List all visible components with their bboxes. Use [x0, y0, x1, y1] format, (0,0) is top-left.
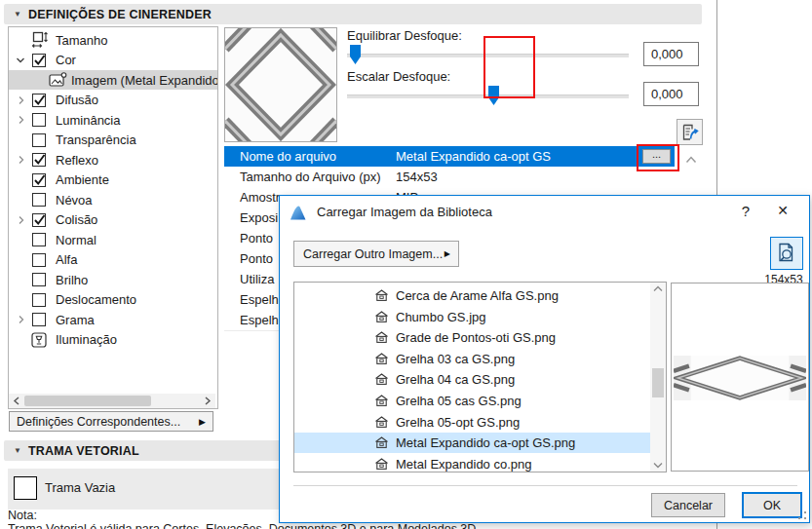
file-name: Grelha 05 cas GS.png [396, 394, 522, 408]
tree-item-label: Grama [56, 313, 95, 327]
tree-item-tamanho[interactable]: Tamanho [9, 30, 217, 50]
file-name: Metal Expandido ca-opt GS.png [396, 435, 575, 450]
file-item-grelha-04-ca-gs-png[interactable]: Grelha 04 ca GS.png [294, 369, 650, 390]
checkbox-unchecked[interactable] [32, 313, 46, 326]
tree-item-reflexo[interactable]: Reflexo [9, 150, 217, 170]
checkbox-unchecked[interactable] [32, 113, 46, 127]
cinerender-section-header[interactable]: ▼ DEFINIÇÕES DE CINERENDER [4, 4, 702, 24]
empty-fill-swatch[interactable] [14, 476, 37, 500]
cinerender-settings-window: ▼ DEFINIÇÕES DE CINERENDER TamanhoCorIma… [0, 0, 812, 529]
chevron-down-icon[interactable] [16, 56, 25, 65]
tree-item-normal[interactable]: Normal [9, 230, 217, 249]
tree-item-difusao[interactable]: Difusão [9, 91, 217, 110]
checkbox-unchecked[interactable] [32, 193, 46, 207]
file-item-metal-expandido-co-png[interactable]: Metal Expandido co.png [294, 454, 650, 472]
file-item-grelha-03-ca-gs-png[interactable]: Grelha 03 ca GS.png [294, 349, 650, 369]
settings-tree[interactable]: TamanhoCorImagem (Metal Expandido ca-opD… [8, 26, 218, 409]
checkbox-unchecked[interactable] [32, 293, 46, 307]
file-name: Grelha 04 ca GS.png [396, 372, 515, 387]
checkbox-checked[interactable] [32, 94, 46, 107]
checkbox-unchecked[interactable] [32, 253, 46, 267]
blur-offset-value-field[interactable]: 0,000 [643, 42, 699, 66]
checkbox-checked[interactable] [32, 54, 46, 67]
image-icon [49, 72, 67, 88]
resize-grip[interactable] [798, 511, 806, 519]
table-row-tamanho-do-arquivo-px[interactable]: Tamanho do Arquivo (px)154x53 [224, 167, 675, 188]
chevron-right-icon[interactable] [16, 115, 25, 125]
file-item-cerca-de-arame-alfa-gs-png[interactable]: Cerca de Arame Alfa GS.png [294, 285, 650, 306]
scrollbar-thumb[interactable] [24, 396, 151, 406]
file-item-metal-expandido-ca-opt-gs-pn[interactable]: Metal Expandido ca-opt GS.png [294, 433, 650, 453]
tree-item-imagem-metal-expandido-ca-op[interactable]: Imagem (Metal Expandido ca-op [9, 70, 217, 90]
library-file-list[interactable]: Cerca de Arame Alfa GS.pngChumbo GS.jpgG… [293, 282, 667, 472]
scroll-up-icon[interactable] [653, 285, 663, 292]
load-other-image-button[interactable]: Carregar Outro Imagem... ▶ [293, 241, 459, 267]
scrollbar-thumb[interactable] [652, 368, 664, 397]
checkbox-unchecked[interactable] [32, 133, 46, 147]
checkbox-unchecked[interactable] [32, 273, 46, 286]
close-icon[interactable]: ✕ [771, 203, 794, 218]
collapse-triangle-icon[interactable]: ▼ [14, 10, 21, 19]
preview-toggle-button[interactable] [770, 237, 803, 270]
tree-item-label: Reflexo [56, 153, 98, 168]
checkbox-checked[interactable] [32, 153, 46, 167]
chevron-right-icon[interactable] [16, 215, 25, 225]
file-item-grade-de-pontos-oti-gs-png[interactable]: Grade de Pontos-oti GS.png [294, 327, 650, 348]
cancel-button[interactable]: Cancelar [651, 493, 725, 517]
blur-scale-value-field[interactable]: 0,000 [643, 82, 699, 106]
page-export-icon [680, 123, 700, 142]
tree-item-colisao[interactable]: Colisão [9, 210, 217, 230]
tree-horizontal-scrollbar[interactable] [9, 394, 215, 408]
note-label: Nota: [8, 509, 37, 522]
attribute-name: Utiliza [240, 272, 274, 286]
chevron-right-icon[interactable] [16, 315, 25, 324]
menu-arrow-icon: ▶ [445, 249, 450, 258]
file-name: Cerca de Arame Alfa GS.png [396, 288, 559, 303]
attribute-name: Nome do arquivo [240, 149, 336, 164]
tree-item-iluminacao[interactable]: Iluminação [9, 330, 217, 350]
table-scroll-up-icon[interactable] [685, 152, 697, 167]
tree-item-label: Cor [56, 53, 76, 67]
section-title: DEFINIÇÕES DE CINERENDER [28, 8, 212, 21]
help-button[interactable]: ? [736, 203, 755, 219]
scroll-right-icon[interactable] [202, 396, 213, 406]
matching-settings-button[interactable]: Definições Correspondentes... ▶ [9, 411, 213, 432]
checkbox-checked[interactable] [32, 213, 46, 227]
collapse-triangle-icon[interactable]: ▼ [14, 446, 21, 455]
file-name: Metal Expandido co.png [396, 457, 531, 472]
list-vertical-scrollbar[interactable] [650, 283, 666, 472]
file-item-grelha-05-cas-gs-png[interactable]: Grelha 05 cas GS.png [294, 391, 650, 411]
tree-item-nevoa[interactable]: Névoa [9, 190, 217, 209]
scroll-down-icon[interactable] [653, 462, 663, 469]
ok-button[interactable]: OK [742, 492, 802, 518]
blur-offset-label: Equilibrar Desfoque: [347, 28, 462, 43]
attribute-name: Amostr [240, 190, 280, 205]
resize-icon [31, 31, 49, 49]
note-text: Trama Vetorial é válida para Cortes, Ele… [8, 522, 710, 529]
tree-item-grama[interactable]: Grama [9, 310, 217, 329]
chevron-right-icon[interactable] [16, 155, 25, 165]
tree-item-brilho[interactable]: Brilho [9, 270, 217, 289]
tree-item-cor[interactable]: Cor [9, 51, 217, 70]
library-part-icon [374, 395, 389, 407]
scroll-left-icon[interactable] [11, 396, 22, 406]
tree-item-label: Normal [56, 233, 97, 247]
tree-item-transparencia[interactable]: Transparência [9, 131, 217, 150]
checkbox-unchecked[interactable] [32, 233, 46, 246]
apply-settings-button[interactable] [677, 119, 703, 145]
checkbox-checked[interactable] [32, 173, 46, 187]
tree-item-alfa[interactable]: Alfa [9, 250, 217, 270]
blur-offset-slider-thumb[interactable] [350, 45, 361, 64]
dialog-title-bar[interactable]: Carregar Imagem da Biblioteca ? ✕ [280, 196, 809, 228]
file-name: Grade de Pontos-oti GS.png [396, 330, 556, 345]
table-row-nome-do-arquivo[interactable]: Nome do arquivoMetal Expandido ca-opt GS… [224, 146, 675, 167]
file-item-grelha-05-opt-gs-png[interactable]: Grelha 05-opt GS.png [294, 412, 650, 433]
tree-item-deslocamento[interactable]: Deslocamento [9, 290, 217, 310]
tree-item-label: Difusão [56, 93, 98, 107]
tree-item-ambiente[interactable]: Ambiente [9, 170, 217, 190]
file-item-chumbo-gs-jpg[interactable]: Chumbo GS.jpg [294, 307, 650, 327]
tree-item-label: Alfa [56, 252, 77, 267]
chevron-right-icon[interactable] [16, 95, 25, 105]
lamp-icon [31, 332, 47, 348]
tree-item-luminancia[interactable]: Luminância [9, 110, 217, 130]
